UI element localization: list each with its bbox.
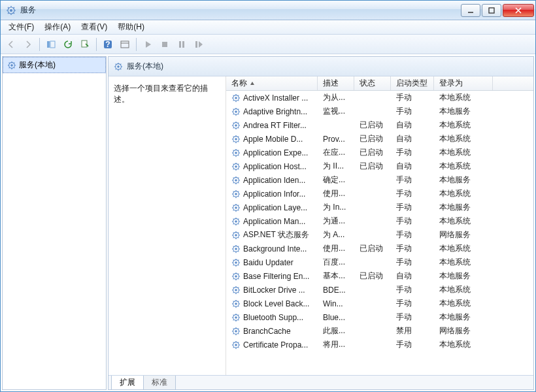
service-row[interactable]: Adaptive Brightn...监视...手动本地服务 (226, 105, 533, 118)
cell-desc: 此服... (318, 324, 354, 338)
cell-status: 已启动 (354, 269, 391, 283)
cell-logon: 本地系统 (434, 132, 493, 146)
cell-name: Application Host... (226, 161, 318, 172)
stop-service-button[interactable] (157, 37, 173, 52)
gear-icon (231, 313, 241, 322)
svg-rect-3 (489, 8, 494, 13)
tab-standard[interactable]: 标准 (143, 376, 176, 390)
column-name[interactable]: 名称 (226, 76, 318, 90)
menu-action[interactable]: 操作(A) (39, 20, 76, 34)
cell-desc: BDE... (318, 284, 354, 296)
maximize-button[interactable] (482, 4, 501, 17)
pause-service-button[interactable] (174, 37, 190, 52)
window: 服务 文件(F) 操作(A) 查看(V) 帮助(H) ? 服务(本地 (0, 0, 536, 392)
cell-desc: 为 II... (318, 159, 354, 173)
menu-view[interactable]: 查看(V) (76, 20, 112, 34)
cell-status (354, 110, 391, 113)
tree-item-services-local[interactable]: 服务(本地) (3, 57, 106, 73)
cell-status (354, 193, 391, 195)
gear-icon (231, 244, 241, 253)
column-description[interactable]: 描述 (318, 76, 354, 90)
right-body: 选择一个项目来查看它的描述。 名称 描述 状态 启动类型 登录为 ActiveX… (109, 76, 533, 375)
cell-status: 已启动 (354, 242, 391, 255)
service-list[interactable]: 名称 描述 状态 启动类型 登录为 ActiveX Installer ...为… (226, 76, 533, 375)
service-row[interactable]: Background Inte...使用...已启动手动本地系统 (226, 242, 533, 255)
menu-file[interactable]: 文件(F) (3, 20, 39, 34)
cell-startup: 手动 (391, 146, 434, 159)
cell-startup: 手动 (391, 242, 434, 255)
service-row[interactable]: BitLocker Drive ...BDE...手动本地系统 (226, 283, 533, 297)
toolbar-separator (39, 38, 40, 51)
cell-name: Block Level Back... (226, 298, 318, 310)
cell-name: Apple Mobile D... (226, 133, 318, 145)
cell-logon: 本地系统 (434, 146, 493, 159)
svg-rect-12 (179, 41, 181, 48)
service-row[interactable]: Application Infor...使用...手动本地系统 (226, 187, 533, 201)
svg-rect-9 (121, 41, 129, 48)
minimize-button[interactable] (461, 4, 480, 17)
cell-status: 已启动 (354, 146, 391, 159)
cell-name: BitLocker Drive ... (226, 284, 318, 296)
cell-status (354, 234, 391, 237)
gear-icon (231, 135, 241, 144)
service-row[interactable]: Certificate Propa...将用...手动本地系统 (226, 338, 533, 351)
cell-status (354, 330, 391, 333)
cell-status: 已启动 (354, 132, 391, 146)
restart-service-button[interactable] (191, 37, 207, 52)
service-row[interactable]: BranchCache此服...禁用网络服务 (226, 324, 533, 338)
service-row[interactable]: Base Filtering En...基本...已启动自动本地服务 (226, 269, 533, 283)
services-app-icon (6, 5, 16, 16)
back-button[interactable] (3, 37, 19, 52)
column-startup-type[interactable]: 启动类型 (391, 76, 434, 90)
service-row[interactable]: Baidu Updater百度...手动本地系统 (226, 255, 533, 269)
tab-extended[interactable]: 扩展 (111, 376, 144, 390)
cell-startup: 自动 (391, 118, 434, 132)
properties-button[interactable] (117, 37, 133, 52)
export-list-button[interactable] (77, 37, 93, 52)
cell-name: BranchCache (226, 325, 318, 337)
forward-button[interactable] (20, 37, 36, 52)
gear-icon (231, 189, 241, 199)
service-row[interactable]: Andrea RT Filter...已启动自动本地系统 (226, 118, 533, 132)
cell-logon: 本地服务 (434, 173, 493, 187)
close-button[interactable] (503, 4, 534, 17)
cell-startup: 手动 (391, 187, 434, 201)
cell-name: Application Man... (226, 216, 318, 227)
service-row[interactable]: Application Man...为通...手动本地系统 (226, 214, 533, 228)
cell-name: Application Iden... (226, 174, 318, 186)
service-row[interactable]: Application Expe...在应...已启动手动本地系统 (226, 146, 533, 159)
service-row[interactable]: Application Host...为 II...已启动自动本地系统 (226, 159, 533, 173)
cell-startup: 手动 (391, 283, 434, 297)
cell-name: ASP.NET 状态服务 (226, 228, 318, 242)
service-row[interactable]: Application Laye...为 In...手动本地服务 (226, 201, 533, 214)
description-prompt: 选择一个项目来查看它的描述。 (114, 84, 208, 104)
cell-logon: 本地服务 (434, 201, 493, 214)
service-row[interactable]: Bluetooth Supp...Blue...手动本地服务 (226, 310, 533, 324)
cell-startup: 手动 (391, 214, 434, 228)
column-status[interactable]: 状态 (354, 76, 391, 90)
service-row[interactable]: Application Iden...确定...手动本地服务 (226, 173, 533, 187)
cell-desc: 使用... (318, 242, 354, 255)
help-button[interactable]: ? (100, 37, 116, 52)
list-header: 名称 描述 状态 启动类型 登录为 (226, 76, 533, 91)
cell-startup: 自动 (391, 159, 434, 173)
service-row[interactable]: Block Level Back...Win...手动本地系统 (226, 297, 533, 310)
cell-name: Bluetooth Supp... (226, 312, 318, 323)
cell-desc: 在应... (318, 146, 354, 159)
service-rows: ActiveX Installer ...为从...手动本地系统Adaptive… (226, 91, 533, 351)
start-service-button[interactable] (140, 37, 156, 52)
cell-startup: 手动 (391, 310, 434, 324)
cell-status (354, 344, 391, 346)
right-pane-heading: 服务(本地) (109, 57, 533, 76)
cell-name: Adaptive Brightn... (226, 106, 318, 118)
service-row[interactable]: ASP.NET 状态服务为 A...手动网络服务 (226, 228, 533, 242)
refresh-button[interactable] (60, 37, 76, 52)
cell-desc: 使用... (318, 187, 354, 201)
service-row[interactable]: ActiveX Installer ...为从...手动本地系统 (226, 91, 533, 105)
show-hide-tree-button[interactable] (43, 37, 59, 52)
tree-pane[interactable]: 服务(本地) (2, 56, 107, 390)
column-logon-as[interactable]: 登录为 (434, 76, 493, 90)
menu-help[interactable]: 帮助(H) (112, 20, 150, 34)
service-row[interactable]: Apple Mobile D...Prov...已启动自动本地系统 (226, 132, 533, 146)
cell-logon: 本地系统 (434, 283, 493, 297)
